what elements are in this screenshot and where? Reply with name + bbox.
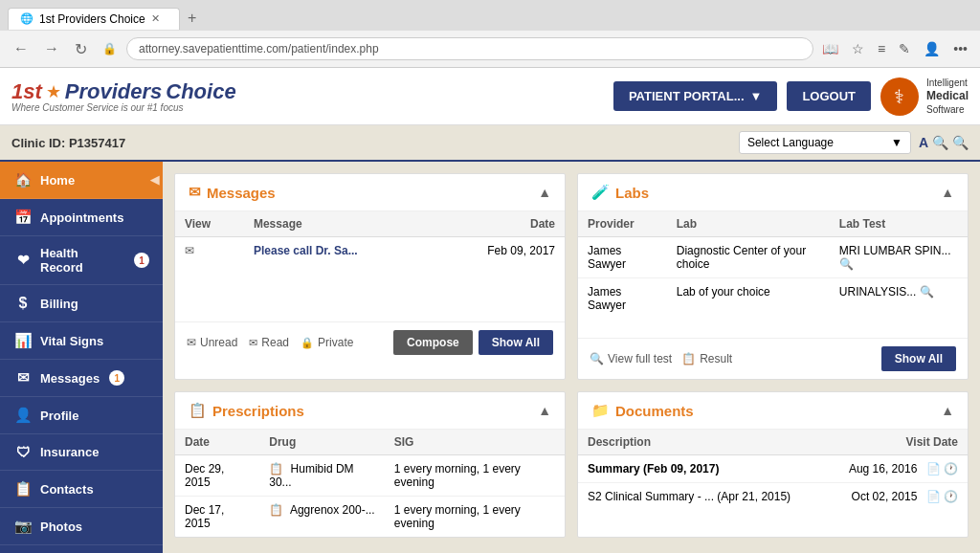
main-layout: 🏠 Home ◀ 📅 Appointments ❤ Health Record … (0, 162, 980, 553)
back-button[interactable]: ← (8, 36, 34, 61)
documents-card-header: 📁 Documents ▲ (578, 392, 968, 430)
lang-icon-a[interactable]: A (919, 135, 928, 150)
messages-table: View Message Date ✉ Please call Dr. Sa..… (175, 211, 565, 264)
bookmarks-icon[interactable]: 📖 (817, 38, 843, 59)
msg-message-link[interactable]: Please call Dr. Sa... (244, 237, 433, 265)
labs-show-all-label: Show All (895, 352, 943, 365)
labs-collapse-icon[interactable]: ▲ (941, 185, 954, 200)
view-full-test-label: View full test (608, 352, 672, 365)
star-icon[interactable]: ☆ (847, 38, 869, 59)
lab-search-icon-1[interactable]: 🔍 (920, 285, 934, 299)
menu-icon[interactable]: ≡ (873, 38, 890, 59)
unread-link[interactable]: ✉ Unread (187, 336, 237, 349)
active-tab[interactable]: 🌐 1st Providers Choice ✕ (8, 8, 180, 30)
forward-button[interactable]: → (38, 36, 65, 61)
documents-card-body: Description Visit Date Summary (Feb 09, … (578, 430, 968, 510)
sidebar-item-vital-signs[interactable]: 📊 Vital Signs (0, 322, 163, 360)
sidebar-item-home[interactable]: 🏠 Home ◀ (0, 162, 163, 199)
ims-line1: Intelligent (926, 77, 969, 89)
read-link[interactable]: ✉ Read (249, 336, 289, 349)
search-icon-header2[interactable]: 🔍 (952, 135, 969, 150)
content-area: ✉ Messages ▲ View Message Date (163, 162, 980, 553)
contacts-icon: 📋 (13, 480, 33, 498)
messages-card-title: ✉ Messages (189, 184, 276, 201)
doc-visit-date-0: Aug 16, 2016 📄 🕐 (825, 455, 968, 483)
doc-clock-icon-1[interactable]: 🕐 (944, 490, 958, 503)
vital-signs-icon: 📊 (13, 332, 33, 349)
prescriptions-collapse-icon[interactable]: ▲ (538, 403, 551, 418)
reload-button[interactable]: ↻ (69, 36, 93, 62)
nav-icons: 📖 ☆ ≡ ✎ 👤 ••• (817, 38, 972, 59)
photos-icon: 📷 (13, 518, 33, 535)
tools-icon[interactable]: ✎ (894, 38, 915, 59)
labs-show-all-button[interactable]: Show All (881, 346, 956, 371)
sidebar-item-profile[interactable]: 👤 Profile (0, 397, 163, 434)
logo-tagline: Where Customer Service is our #1 focus (11, 102, 236, 113)
view-full-test-link[interactable]: 🔍 View full test (590, 352, 672, 365)
msg-date: Feb 09, 2017 (432, 237, 565, 265)
messages-card-footer: ✉ Unread ✉ Read 🔒 Private (175, 321, 565, 363)
logout-button[interactable]: LOGOUT (787, 81, 871, 111)
unread-label: Unread (200, 336, 237, 349)
address-bar[interactable]: attorney.savepatienttime.com/patient/ind… (126, 37, 813, 60)
messages-footer-buttons: Compose Show All (393, 330, 553, 355)
doc-clock-icon-0[interactable]: 🕐 (944, 462, 958, 476)
lock-icon: 🔒 (301, 337, 314, 349)
sidebar-item-messages-label: Messages (40, 371, 100, 386)
language-select[interactable]: Select Language ▼ (739, 131, 911, 154)
private-link[interactable]: 🔒 Private (301, 336, 353, 349)
labs-col-lab: Lab (667, 211, 830, 237)
profile-icon: 👤 (13, 407, 33, 424)
sidebar-item-health-record[interactable]: ❤ Health Record 1 (0, 236, 163, 285)
new-tab-button[interactable]: + (180, 6, 204, 31)
messages-icon: ✉ (13, 369, 33, 387)
lang-icons: A 🔍 🔍 (919, 135, 969, 150)
doc-description-1: S2 Clinical Summary - ... (Apr 21, 2015) (578, 483, 825, 511)
table-row: Dec 29, 2015 📋 Humibid DM 30... 1 every … (175, 455, 565, 497)
messages-show-all-button[interactable]: Show All (479, 330, 553, 355)
sidebar-item-photos-label: Photos (40, 520, 82, 534)
more-icon[interactable]: ••• (948, 38, 972, 59)
tab-close-icon[interactable]: ✕ (151, 12, 160, 25)
home-nav-button[interactable]: 🔒 (97, 38, 122, 59)
clinic-id: Clinic ID: P1357417 (11, 136, 125, 150)
rx-sig-0: 1 every morning, 1 every evening (385, 455, 565, 497)
prescriptions-card: 📋 Prescriptions ▲ Date Drug SIG (174, 391, 566, 538)
compose-button[interactable]: Compose (393, 330, 473, 355)
result-link[interactable]: 📋 Result (681, 352, 732, 365)
labs-table: Provider Lab Lab Test James Sawyer Diagn… (578, 211, 968, 319)
patient-portal-button[interactable]: PATIENT PORTAL... ▼ (613, 81, 777, 111)
sidebar-item-billing[interactable]: $ Billing (0, 285, 163, 322)
search-icon-header[interactable]: 🔍 (932, 135, 948, 150)
app-header: 1st ★ Providers Choice Where Customer Se… (0, 68, 980, 125)
doc-icon-1[interactable]: 📄 (926, 490, 941, 503)
person-icon[interactable]: 👤 (919, 38, 945, 59)
labs-col-test: Lab Test (830, 211, 968, 237)
sidebar-item-messages[interactable]: ✉ Messages 1 (0, 360, 163, 397)
sidebar-item-facesheet[interactable]: 📄 Facesheet (0, 545, 163, 553)
ims-line3: Software (926, 103, 969, 116)
table-row: Dec 17, 2015 📋 Aggrenox 200-... 1 every … (175, 497, 565, 538)
messages-card-body: View Message Date ✉ Please call Dr. Sa..… (175, 211, 565, 264)
dropdown-arrow: ▼ (750, 89, 763, 103)
sidebar-item-insurance[interactable]: 🛡 Insurance (0, 434, 163, 471)
home-icon: 🏠 (13, 171, 33, 188)
tab-title: 1st Providers Choice (39, 12, 145, 26)
lab-search-icon-0[interactable]: 🔍 (839, 257, 854, 271)
labs-title-text: Labs (615, 185, 649, 201)
sidebar-item-photos[interactable]: 📷 Photos (0, 508, 163, 545)
documents-collapse-icon[interactable]: ▲ (941, 403, 954, 418)
rx-col-drug: Drug (259, 430, 385, 455)
messages-title-icon: ✉ (189, 184, 201, 201)
sidebar-item-appointments[interactable]: 📅 Appointments (0, 199, 163, 236)
prescriptions-title-text: Prescriptions (212, 403, 304, 419)
search-icon-labs: 🔍 (590, 352, 604, 365)
messages-collapse-icon[interactable]: ▲ (538, 185, 551, 200)
table-row: Summary (Feb 09, 2017) Aug 16, 2016 📄 🕐 (578, 455, 968, 483)
table-row: James Sawyer Lab of your choice URINALYS… (578, 278, 968, 320)
sidebar-item-contacts[interactable]: 📋 Contacts (0, 471, 163, 508)
lab-provider-0: James Sawyer (578, 237, 667, 278)
doc-icon-0[interactable]: 📄 (926, 462, 941, 476)
documents-title-icon: 📁 (591, 402, 610, 419)
labs-col-provider: Provider (578, 211, 667, 237)
